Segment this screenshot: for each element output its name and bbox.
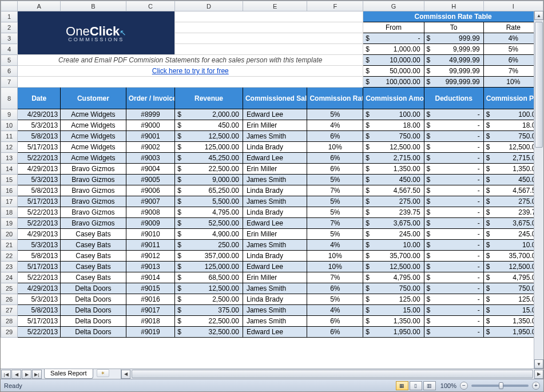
cell-customer[interactable]: Casey Bats: [61, 262, 126, 272]
cell-salesperson[interactable]: James Smith: [243, 196, 307, 207]
cell-date[interactable]: 4/29/2013: [18, 283, 61, 294]
scroll-track[interactable]: [534, 21, 543, 359]
cell-amount[interactable]: 750.00: [363, 131, 424, 142]
row-header[interactable]: 29: [1, 327, 18, 338]
cell-salesperson[interactable]: Edward Lee: [243, 327, 307, 338]
cell-order[interactable]: #9009: [126, 218, 174, 229]
cell-customer[interactable]: Delta Doors: [61, 294, 126, 305]
scroll-down-icon[interactable]: ▼: [534, 359, 543, 369]
cell-amount[interactable]: 1,350.00: [363, 316, 424, 327]
cell-amount[interactable]: 125.00: [363, 294, 424, 305]
row-header[interactable]: 11: [1, 131, 18, 142]
zoom-in-button[interactable]: +: [532, 382, 540, 390]
cell-rate[interactable]: 5%: [307, 109, 363, 120]
cell-revenue[interactable]: 22,500.00: [175, 164, 243, 175]
cell-order[interactable]: #9008: [126, 207, 174, 218]
rate-from[interactable]: 50,000.00: [363, 66, 424, 77]
cell-deductions[interactable]: -: [424, 185, 483, 196]
cell-salesperson[interactable]: Linda Brady: [243, 251, 307, 262]
cell-revenue[interactable]: 2,500.00: [175, 294, 243, 305]
cell-rate[interactable]: 10%: [307, 142, 363, 153]
row-header[interactable]: 23: [1, 262, 18, 272]
cell-rate[interactable]: 6%: [307, 316, 363, 327]
row-header[interactable]: 19: [1, 218, 18, 229]
hscroll-thumb[interactable]: [132, 370, 533, 378]
cell-date[interactable]: 5/8/2013: [18, 251, 61, 262]
cell-deductions[interactable]: -: [424, 229, 483, 240]
cell-deductions[interactable]: -: [424, 327, 483, 338]
cell-rate[interactable]: 5%: [307, 175, 363, 185]
cell-rate[interactable]: 5%: [307, 294, 363, 305]
row-header[interactable]: 6: [1, 66, 18, 77]
cell-revenue[interactable]: 4,795.00: [175, 207, 243, 218]
cell-order[interactable]: #9007: [126, 196, 174, 207]
sheet-tab[interactable]: Sales Report: [44, 369, 93, 379]
cell-amount[interactable]: 12,500.00: [363, 262, 424, 272]
cell-deductions[interactable]: -: [424, 283, 483, 294]
row-header[interactable]: 14: [1, 164, 18, 175]
new-sheet-icon[interactable]: ✶: [97, 369, 109, 377]
rate-to[interactable]: 99,999.99: [424, 66, 483, 77]
cell-salesperson[interactable]: Edward Lee: [243, 218, 307, 229]
cell-customer[interactable]: Acme Widgets: [61, 131, 126, 142]
cell-customer[interactable]: Bravo Gizmos: [61, 185, 126, 196]
cell-deductions[interactable]: -: [424, 109, 483, 120]
cell-revenue[interactable]: 2,000.00: [175, 109, 243, 120]
cell-revenue[interactable]: 22,500.00: [175, 316, 243, 327]
tab-next-icon[interactable]: ▶: [22, 370, 31, 379]
zoom-slider[interactable]: [471, 385, 529, 387]
select-all-corner[interactable]: [1, 1, 18, 11]
row-header[interactable]: 25: [1, 283, 18, 294]
cell-amount[interactable]: 10.00: [363, 240, 424, 251]
cell-rate[interactable]: 6%: [307, 327, 363, 338]
cell-date[interactable]: 5/17/2013: [18, 262, 61, 272]
cell-order[interactable]: #9012: [126, 251, 174, 262]
scroll-thumb[interactable]: [535, 22, 543, 148]
cell-order[interactable]: #9006: [126, 185, 174, 196]
cell-amount[interactable]: 1,950.00: [363, 327, 424, 338]
row-header[interactable]: 7: [1, 77, 18, 88]
cell-salesperson[interactable]: Erin Miller: [243, 229, 307, 240]
row-header[interactable]: 18: [1, 207, 18, 218]
worksheet[interactable]: A B C D E F G H I 1 OneClick↖ COMMISSION…: [1, 1, 543, 338]
grid-area[interactable]: A B C D E F G H I 1 OneClick↖ COMMISSION…: [1, 1, 543, 369]
col-header[interactable]: C: [126, 1, 174, 11]
cell-date[interactable]: 5/8/2013: [18, 131, 61, 142]
row-header[interactable]: 16: [1, 185, 18, 196]
cell-rate[interactable]: 7%: [307, 272, 363, 283]
cell-customer[interactable]: Delta Doors: [61, 283, 126, 294]
cell-amount[interactable]: 4,567.50: [363, 185, 424, 196]
cell-deductions[interactable]: -: [424, 240, 483, 251]
cell-order[interactable]: #9015: [126, 283, 174, 294]
cell-salesperson[interactable]: Linda Brady: [243, 142, 307, 153]
cell-date[interactable]: 4/29/2013: [18, 164, 61, 175]
cell-customer[interactable]: Delta Doors: [61, 316, 126, 327]
cell-deductions[interactable]: -: [424, 262, 483, 272]
cell-deductions[interactable]: -: [424, 120, 483, 131]
row-header[interactable]: 4: [1, 44, 18, 55]
row-header[interactable]: 13: [1, 153, 18, 164]
column-header-row[interactable]: A B C D E F G H I: [1, 1, 543, 11]
col-header[interactable]: E: [243, 1, 307, 11]
cell-amount[interactable]: 450.00: [363, 175, 424, 185]
row-header[interactable]: 28: [1, 316, 18, 327]
cell-customer[interactable]: Acme Widgets: [61, 153, 126, 164]
cell-order[interactable]: #9019: [126, 327, 174, 338]
promo-link[interactable]: Click here to try it for free: [18, 66, 363, 77]
cell-date[interactable]: 5/22/2013: [18, 153, 61, 164]
cell-date[interactable]: 5/17/2013: [18, 196, 61, 207]
cell-order[interactable]: #9000: [126, 120, 174, 131]
cell-salesperson[interactable]: Erin Miller: [243, 120, 307, 131]
row-header[interactable]: 26: [1, 294, 18, 305]
cell-deductions[interactable]: -: [424, 316, 483, 327]
cell-salesperson[interactable]: James Smith: [243, 240, 307, 251]
row-header[interactable]: 20: [1, 229, 18, 240]
row-header[interactable]: 17: [1, 196, 18, 207]
cell-customer[interactable]: Casey Bats: [61, 272, 126, 283]
cell-date[interactable]: 5/3/2013: [18, 175, 61, 185]
cell-customer[interactable]: Bravo Gizmos: [61, 164, 126, 175]
cell-order[interactable]: #9010: [126, 229, 174, 240]
cell-deductions[interactable]: -: [424, 164, 483, 175]
cell-date[interactable]: 5/3/2013: [18, 240, 61, 251]
cell-order[interactable]: #9002: [126, 142, 174, 153]
